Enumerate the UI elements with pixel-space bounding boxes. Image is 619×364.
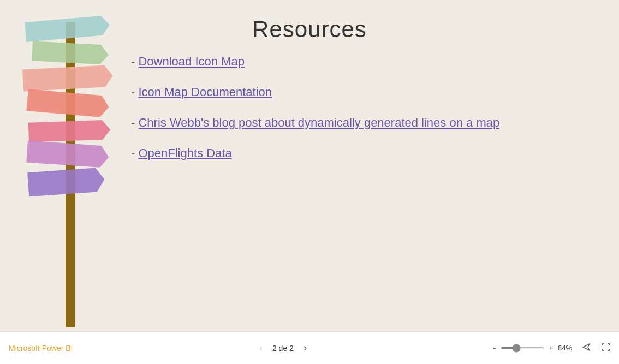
link-prefix-4: - [131, 146, 138, 160]
link-item-1: - Download Icon Map [131, 55, 499, 69]
right-controls: - + 84% [493, 343, 610, 354]
svg-marker-6 [26, 141, 109, 168]
prev-page-button[interactable]: ‹ [255, 340, 267, 356]
download-icon-map-link[interactable]: Download Icon Map [138, 55, 244, 68]
slide-area: Resources [0, 0, 619, 331]
svg-marker-1 [25, 15, 111, 42]
link-prefix-2: - [131, 85, 138, 99]
fullscreen-button[interactable] [602, 343, 610, 354]
svg-marker-3 [22, 65, 114, 92]
page-indicator: 2 de 2 [272, 344, 294, 353]
chevron-left-icon: ‹ [259, 342, 263, 354]
link-prefix-1: - [131, 55, 138, 68]
zoom-in-button[interactable]: + [549, 344, 553, 353]
svg-marker-2 [32, 41, 109, 64]
powerbi-link[interactable]: Microsoft Power BI [9, 344, 73, 353]
link-prefix-3: - [131, 116, 138, 129]
chevron-right-icon: › [303, 342, 307, 354]
svg-marker-4 [26, 89, 110, 118]
main-content: Resources [0, 0, 619, 331]
svg-marker-5 [28, 120, 111, 142]
zoom-controls: - + 84% [493, 344, 575, 353]
bottom-bar: Microsoft Power BI ‹ 2 de 2 › - + 84% [0, 331, 619, 364]
links-container: - Download Icon Map - Icon Map Documenta… [131, 55, 499, 160]
chris-webb-blog-link[interactable]: Chris Webb's blog post about dynamically… [138, 116, 499, 129]
fullscreen-icon [602, 343, 610, 351]
pagination-controls: ‹ 2 de 2 › [255, 340, 311, 356]
share-button[interactable] [582, 343, 591, 353]
svg-marker-7 [27, 168, 105, 197]
link-item-4: - OpenFlights Data [131, 146, 499, 160]
signpost-illustration [11, 0, 131, 327]
icon-map-documentation-link[interactable]: Icon Map Documentation [138, 85, 272, 99]
zoom-label: 84% [558, 344, 575, 352]
openflights-data-link[interactable]: OpenFlights Data [138, 146, 231, 160]
link-item-3: - Chris Webb's blog post about dynamical… [131, 116, 499, 130]
next-page-button[interactable]: › [299, 340, 311, 356]
link-item-2: - Icon Map Documentation [131, 85, 499, 99]
zoom-slider[interactable] [501, 347, 544, 349]
zoom-out-button[interactable]: - [493, 344, 496, 353]
share-icon [582, 343, 591, 351]
